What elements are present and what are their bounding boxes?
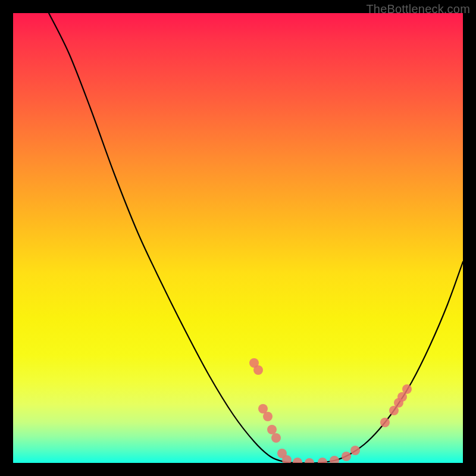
data-marker [350,446,360,455]
chart-frame: TheBottleneck.com [0,0,476,476]
data-marker [271,433,281,443]
data-marker [330,456,339,463]
data-marker [253,365,263,375]
plot-area [13,13,463,463]
curve-svg [13,13,463,463]
data-marker [402,384,412,394]
data-marker [263,412,273,421]
data-marker [293,458,302,463]
data-marker [267,425,277,434]
watermark-label: TheBottleneck.com [366,2,470,16]
data-markers [249,358,412,463]
data-marker [380,418,390,427]
data-marker [305,458,314,463]
data-marker [318,458,327,463]
data-marker [342,452,351,461]
